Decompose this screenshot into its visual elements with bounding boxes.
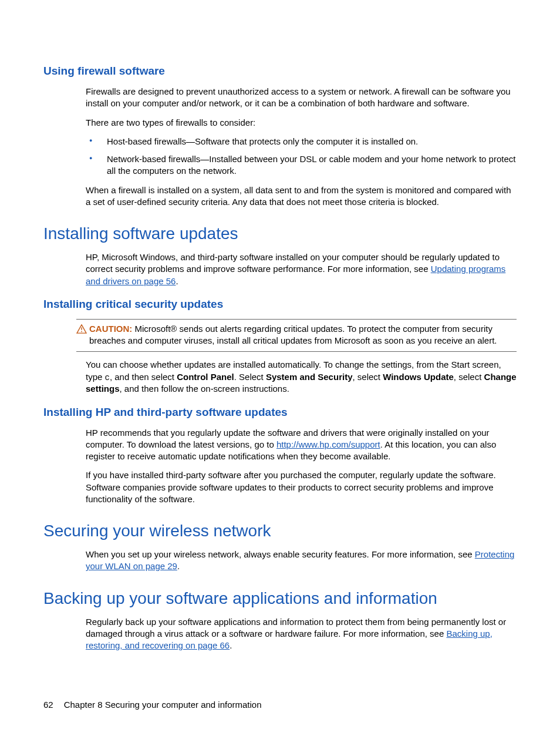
heading-backing-up: Backing up your software applications an…: [43, 589, 517, 608]
text-run: .: [230, 640, 232, 650]
body-paragraph: HP recommends that you regularly update …: [86, 427, 517, 463]
heading-hp-third-party: Installing HP and third-party software u…: [43, 406, 517, 419]
text-run: .: [176, 276, 178, 286]
body-paragraph: Firewalls are designed to prevent unauth…: [86, 86, 517, 110]
text-run: , select: [454, 372, 484, 382]
text-run: , and then select: [110, 372, 177, 382]
text-run: When you set up your wireless network, a…: [86, 549, 475, 559]
text-run: .: [177, 561, 180, 571]
heading-critical-security: Installing critical security updates: [43, 298, 517, 311]
text-run: . Select: [234, 372, 266, 382]
body-paragraph: Regularly back up your software applicat…: [86, 616, 517, 652]
body-paragraph: When a firewall is installed on a system…: [86, 184, 517, 209]
text-run: Microsoft® sends out alerts regarding cr…: [89, 324, 497, 345]
inline-bold: Control Panel: [177, 372, 234, 382]
body-paragraph: If you have installed third-party softwa…: [86, 469, 517, 505]
svg-point-1: [81, 331, 82, 332]
text-run: , select: [352, 372, 383, 382]
text-run: , and then follow the on-screen instruct…: [120, 384, 289, 394]
heading-using-firewall: Using firewall software: [43, 65, 517, 78]
caution-block: CAUTION: Microsoft® sends out alerts reg…: [76, 319, 517, 352]
body-paragraph: You can choose whether updates are insta…: [86, 359, 517, 395]
body-paragraph: There are two types of firewalls to cons…: [86, 117, 517, 129]
inline-code: c: [105, 373, 110, 382]
body-paragraph: HP, Microsoft Windows, and third-party s…: [86, 251, 517, 287]
caution-label: CAUTION:: [89, 324, 132, 334]
inline-bold: Windows Update: [383, 372, 454, 382]
body-paragraph: When you set up your wireless network, a…: [86, 549, 517, 573]
inline-bold: System and Security: [266, 372, 353, 382]
heading-installing-updates: Installing software updates: [43, 224, 517, 243]
warning-triangle-icon: [76, 324, 87, 334]
list-item: Host-based firewalls—Software that prote…: [86, 136, 517, 147]
bullet-list: Host-based firewalls—Software that prote…: [86, 136, 517, 177]
list-item: Network-based firewalls—Installed betwee…: [86, 153, 517, 177]
page-footer: 62Chapter 8 Securing your computer and i…: [43, 700, 262, 710]
chapter-title: Chapter 8 Securing your computer and inf…: [64, 700, 262, 710]
page-number: 62: [43, 700, 53, 710]
heading-securing-wireless: Securing your wireless network: [43, 522, 517, 540]
caution-text: CAUTION: Microsoft® sends out alerts reg…: [89, 323, 517, 347]
link-hp-support[interactable]: http://www.hp.com/support: [276, 439, 380, 449]
text-run: Regularly back up your software applicat…: [86, 617, 506, 639]
